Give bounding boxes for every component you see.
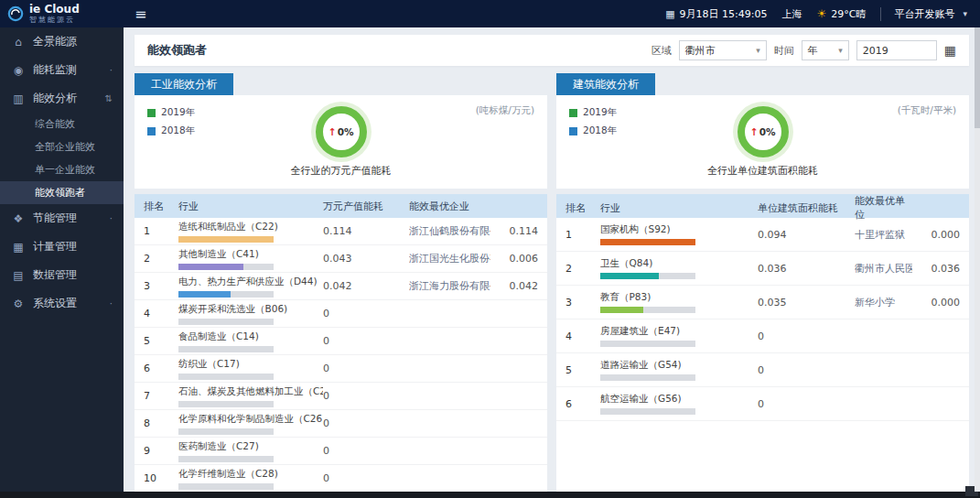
sidebar-item-综合能效[interactable]: 综合能效	[0, 113, 124, 135]
sun-icon: ☀	[817, 7, 827, 20]
industrial-unit-label: (吨标煤/万元)	[476, 104, 534, 117]
building-chart-card: 2019年2018年 ↑ 0% 全行业单位建筑面积能耗 (千瓦时/平米)	[556, 95, 969, 189]
sidebar-item-能耗监测[interactable]: ◉能耗监测·	[0, 56, 124, 84]
table-row[interactable]: 3电力、热力生产和供应业（D44)0.042浙江海力股份有限公司0.042	[135, 273, 547, 300]
time-unit-value: 年	[808, 44, 818, 58]
scrollbar[interactable]	[975, 27, 980, 492]
industry-bar	[600, 341, 695, 347]
city-label[interactable]: 上海	[782, 7, 802, 21]
logo-title: ie Cloud	[29, 4, 80, 15]
industry-bar	[178, 483, 274, 490]
sidebar-item-label: 能耗监测	[33, 62, 110, 78]
sidebar-item-label: 单一企业能效	[35, 163, 113, 177]
sidebar-item-计量管理[interactable]: ▦计量管理	[0, 233, 124, 261]
best-value-cell: 0.042	[490, 280, 538, 292]
topbar-right: ▦ 9月18日 15:49:05 上海 ☀ 29°C晴 平台开发账号 ▾	[665, 7, 980, 21]
menu-toggle-icon[interactable]: ≡	[135, 5, 146, 23]
rank-cell: 2	[144, 253, 178, 265]
table-row[interactable]: 5食品制造业（C14)0	[135, 328, 547, 355]
table-row[interactable]: 3教育（P83)0.035新华小学0.000	[556, 286, 969, 319]
saving-icon: ❖	[11, 212, 26, 225]
column-header: 行业	[600, 201, 758, 215]
chevron-down-icon: ▾	[963, 9, 967, 18]
monitor-icon: ◉	[11, 64, 26, 77]
sidebar-item-单一企业能效[interactable]: 单一企业能效	[0, 158, 124, 181]
column-header: 排名	[565, 201, 600, 215]
region-select[interactable]: 衢州市 ▾	[679, 40, 767, 60]
donut-trend: ↑ 0%	[328, 126, 353, 138]
value-cell: 0	[323, 363, 409, 374]
industry-cell: 造纸和纸制品业（C22)	[178, 221, 323, 243]
legend-label: 2019年	[161, 106, 195, 119]
analysis-icon: ▥	[11, 92, 26, 105]
sidebar-item-系统设置[interactable]: ⚙系统设置·	[0, 289, 124, 318]
industrial-table: 排名行业万元产值能耗能效最优企业1造纸和纸制品业（C22)0.114浙江仙鹤股份…	[135, 194, 547, 492]
legend-label: 2019年	[583, 106, 617, 119]
sidebar-item-节能管理[interactable]: ❖节能管理·	[0, 204, 124, 233]
industry-cell: 卫生（Q84)	[600, 257, 758, 279]
table-header: 排名行业万元产值能耗能效最优企业	[135, 194, 547, 218]
table-row[interactable]: 2卫生（Q84)0.036衢州市人民医院0.036	[556, 252, 969, 286]
table-row[interactable]: 10化学纤维制造业（C28)0	[135, 465, 547, 492]
legend-label: 2018年	[583, 124, 617, 137]
sidebar-item-数据管理[interactable]: ▤数据管理	[0, 261, 124, 289]
industry-name: 教育（P83)	[600, 291, 758, 304]
table-row[interactable]: 6航空运输业（G56)0	[556, 387, 969, 421]
time-unit-select[interactable]: 年 ▾	[802, 40, 849, 60]
chevron-down-icon: ▾	[838, 46, 843, 55]
value-cell: 0	[323, 445, 409, 457]
panels: 工业能效分析 2019年2018年 ↑ 0% 全行业的万元产值能耗 (吨标煤/万…	[135, 73, 969, 492]
column-header: 万元产值能耗	[323, 200, 409, 213]
scrollbar-thumb[interactable]	[975, 27, 980, 128]
legend-swatch	[147, 109, 156, 117]
industry-cell: 教育（P83)	[600, 291, 758, 313]
table-row[interactable]: 4房屋建筑业（E47)0	[556, 319, 969, 353]
table-row[interactable]: 5道路运输业（G54)0	[556, 353, 969, 387]
industry-name: 化学纤维制造业（C28)	[178, 468, 323, 481]
collapse-dot-icon: ·	[110, 298, 113, 309]
rank-cell: 6	[565, 398, 600, 410]
account-menu[interactable]: 平台开发账号 ▾	[880, 7, 967, 21]
best-entity-cell: 浙江国光生化股份有限公司	[409, 252, 490, 265]
donut-trend: ↑ 0%	[749, 126, 775, 138]
table-row[interactable]: 4煤炭开采和洗选业（B06)0	[135, 300, 547, 328]
page-header: 能效领跑者 区域 衢州市 ▾ 时间 年 ▾ ▦	[135, 35, 969, 66]
region-label: 区域	[652, 44, 672, 58]
data-icon: ▤	[11, 269, 26, 282]
table-row[interactable]: 7石油、煤炭及其他燃料加工业（C25)0	[135, 383, 547, 410]
industry-name: 其他制造业（C41)	[178, 248, 323, 261]
table-row[interactable]: 1国家机构（S92)0.094十里坪监狱0.000	[556, 218, 969, 252]
topbar: ie Cloud 智慧能源云 ≡ ▦ 9月18日 15:49:05 上海 ☀ 2…	[0, 0, 980, 27]
industry-bar-fill	[600, 273, 659, 279]
year-input[interactable]	[856, 40, 937, 60]
industry-name: 煤炭开采和洗选业（B06)	[178, 303, 323, 316]
tab-industrial-analysis[interactable]: 工业能效分析	[135, 73, 233, 95]
industry-name: 房屋建筑业（E47)	[600, 325, 758, 338]
table-row[interactable]: 6纺织业（C17)0	[135, 355, 547, 383]
table-row[interactable]: 1造纸和纸制品业（C22)0.114浙江仙鹤股份有限公司0.114	[135, 218, 547, 245]
value-cell: 0	[758, 330, 855, 342]
value-cell: 0.036	[758, 263, 855, 275]
sidebar-item-全景能源[interactable]: ⌂全景能源	[0, 27, 124, 56]
tab-building-analysis[interactable]: 建筑能效分析	[556, 73, 655, 95]
sidebar-item-label: 计量管理	[33, 239, 113, 254]
value-cell: 0	[323, 472, 409, 484]
value-cell: 0	[758, 364, 855, 376]
industry-bar-fill	[178, 236, 274, 243]
table-row[interactable]: 9医药制造业（C27)0	[135, 438, 547, 465]
sidebar-item-能效领跑者[interactable]: 能效领跑者	[0, 181, 124, 204]
industry-bar	[600, 307, 695, 313]
sidebar-item-能效分析[interactable]: ▥能效分析⇅	[0, 84, 124, 113]
industry-cell: 煤炭开采和洗选业（B06)	[178, 303, 323, 325]
industry-name: 食品制造业（C14)	[178, 330, 323, 343]
calendar-icon: ▦	[665, 8, 674, 20]
industry-name: 造纸和纸制品业（C22)	[178, 221, 323, 233]
datetime-group: ▦ 9月18日 15:49:05	[665, 7, 767, 21]
table-row[interactable]: 2其他制造业（C41)0.043浙江国光生化股份有限公司0.006	[135, 245, 547, 273]
table-row[interactable]: 8化学原料和化学制品制造业（C26)0	[135, 410, 547, 438]
calendar-grid-button[interactable]: ▦	[944, 44, 956, 57]
collapse-dot-icon: ·	[110, 213, 113, 223]
industry-cell: 房屋建筑业（E47)	[600, 325, 758, 347]
sidebar-item-全部企业能效[interactable]: 全部企业能效	[0, 135, 124, 158]
industry-cell: 食品制造业（C14)	[178, 330, 323, 352]
